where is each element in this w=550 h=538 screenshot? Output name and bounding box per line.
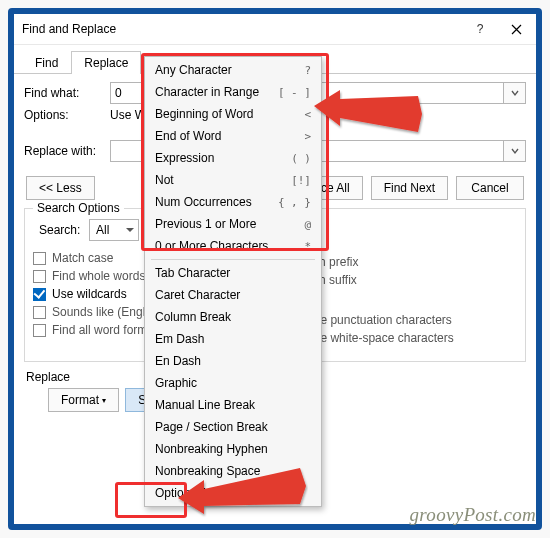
menu-num-occurrences[interactable]: Num Occurrences{ , } xyxy=(145,191,321,213)
help-button[interactable]: ? xyxy=(462,15,498,43)
cancel-button[interactable]: Cancel xyxy=(456,176,524,200)
menu-0-or-more[interactable]: 0 or More Characters* xyxy=(145,235,321,257)
tab-replace[interactable]: Replace xyxy=(71,51,141,74)
search-direction-select[interactable]: All xyxy=(89,219,139,241)
search-direction-label: Search: xyxy=(39,223,89,237)
menu-optional-hyphen[interactable]: Optional Hyphen xyxy=(145,482,321,504)
menu-end-of-word[interactable]: End of Word> xyxy=(145,125,321,147)
chevron-down-icon xyxy=(511,147,519,155)
tab-find[interactable]: Find xyxy=(22,51,71,74)
close-button[interactable] xyxy=(498,15,534,43)
menu-graphic[interactable]: Graphic xyxy=(145,372,321,394)
special-menu: Any Character? Character in Range[ - ] B… xyxy=(144,56,322,507)
search-options-title: Search Options xyxy=(33,201,124,215)
find-next-button[interactable]: Find Next xyxy=(371,176,448,200)
close-icon xyxy=(511,24,522,35)
menu-separator xyxy=(151,259,315,260)
menu-page-section-break[interactable]: Page / Section Break xyxy=(145,416,321,438)
menu-en-dash[interactable]: En Dash xyxy=(145,350,321,372)
menu-manual-line-break[interactable]: Manual Line Break xyxy=(145,394,321,416)
menu-tab-character[interactable]: Tab Character xyxy=(145,262,321,284)
options-label: Options: xyxy=(24,108,110,122)
less-button[interactable]: << Less xyxy=(26,176,95,200)
menu-prev-1-or-more[interactable]: Previous 1 or More@ xyxy=(145,213,321,235)
title-bar: Find and Replace ? xyxy=(14,14,536,45)
menu-nonbreaking-hyphen[interactable]: Nonbreaking Hyphen xyxy=(145,438,321,460)
checkbox-checked-icon xyxy=(33,288,46,301)
menu-em-dash[interactable]: Em Dash xyxy=(145,328,321,350)
replace-with-dropdown[interactable] xyxy=(504,140,526,162)
menu-expression[interactable]: Expression( ) xyxy=(145,147,321,169)
watermark: groovyPost.com xyxy=(410,504,536,526)
menu-nonbreaking-space[interactable]: Nonbreaking Space xyxy=(145,460,321,482)
menu-any-character[interactable]: Any Character? xyxy=(145,59,321,81)
format-button[interactable]: Format ▾ xyxy=(48,388,119,412)
menu-not[interactable]: Not[!] xyxy=(145,169,321,191)
find-what-dropdown[interactable] xyxy=(504,82,526,104)
menu-caret-character[interactable]: Caret Character xyxy=(145,284,321,306)
menu-beginning-of-word[interactable]: Beginning of Word< xyxy=(145,103,321,125)
find-replace-dialog: Find and Replace ? Find Replace Find wha… xyxy=(14,14,536,524)
caret-down-icon: ▾ xyxy=(102,396,106,405)
dialog-title: Find and Replace xyxy=(16,22,462,36)
help-icon: ? xyxy=(477,22,484,36)
chevron-down-icon xyxy=(511,89,519,97)
find-what-label: Find what: xyxy=(24,86,110,100)
replace-with-label: Replace with: xyxy=(24,144,110,158)
menu-character-in-range[interactable]: Character in Range[ - ] xyxy=(145,81,321,103)
menu-column-break[interactable]: Column Break xyxy=(145,306,321,328)
